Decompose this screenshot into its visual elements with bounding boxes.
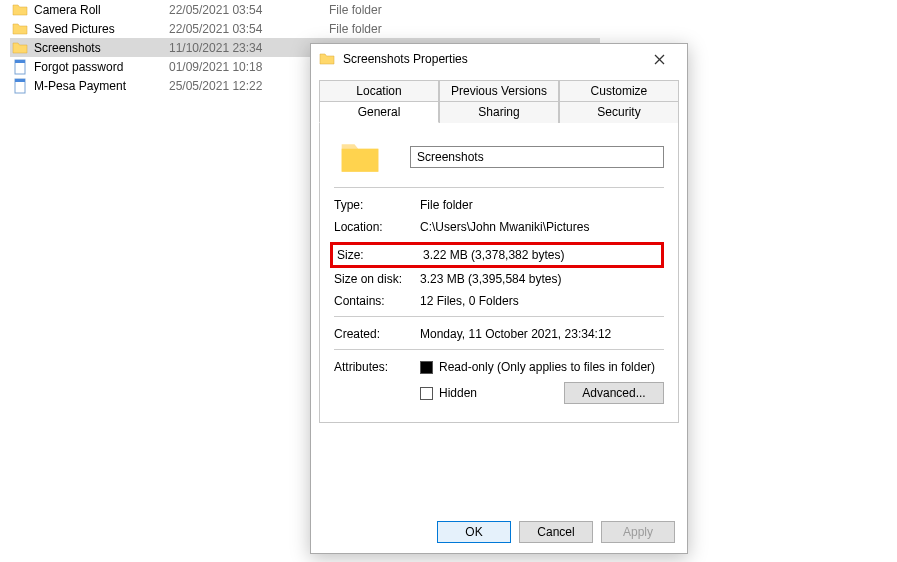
tabs-row-1: Location Previous Versions Customize xyxy=(319,80,679,101)
file-name: M-Pesa Payment xyxy=(34,79,169,93)
file-row[interactable]: Saved Pictures22/05/2021 03:54File folde… xyxy=(10,19,600,38)
folder-name-input[interactable] xyxy=(410,146,664,168)
contains-value: 12 Files, 0 Folders xyxy=(420,294,664,308)
separator xyxy=(334,349,664,350)
dialog-titlebar: Screenshots Properties xyxy=(311,44,687,74)
dialog-button-bar: OK Cancel Apply xyxy=(311,511,687,553)
separator xyxy=(334,316,664,317)
document-icon xyxy=(12,59,28,75)
prop-size: Size: 3.22 MB (3,378,382 bytes) xyxy=(333,248,659,262)
document-icon xyxy=(12,78,28,94)
size-highlight: Size: 3.22 MB (3,378,382 bytes) xyxy=(330,242,664,268)
file-date: 25/05/2021 12:22 xyxy=(169,79,329,93)
file-name: Screenshots xyxy=(34,41,169,55)
file-name: Camera Roll xyxy=(34,3,169,17)
hidden-label: Hidden xyxy=(439,386,477,400)
close-icon xyxy=(654,54,665,65)
svg-rect-3 xyxy=(15,79,25,82)
tab-customize[interactable]: Customize xyxy=(559,80,679,101)
sod-label: Size on disk: xyxy=(334,272,420,286)
folder-icon xyxy=(319,51,335,67)
tab-general-panel: Type: File folder Location: C:\Users\Joh… xyxy=(319,122,679,423)
prop-created: Created: Monday, 11 October 2021, 23:34:… xyxy=(334,327,664,341)
size-value: 3.22 MB (3,378,382 bytes) xyxy=(423,248,659,262)
advanced-button[interactable]: Advanced... xyxy=(564,382,664,404)
contains-label: Contains: xyxy=(334,294,420,308)
created-value: Monday, 11 October 2021, 23:34:12 xyxy=(420,327,664,341)
attributes-label: Attributes: xyxy=(334,360,420,374)
location-value: C:\Users\John Mwaniki\Pictures xyxy=(420,220,664,234)
prop-location: Location: C:\Users\John Mwaniki\Pictures xyxy=(334,220,664,234)
tab-sharing[interactable]: Sharing xyxy=(439,101,559,123)
tab-previous-versions[interactable]: Previous Versions xyxy=(439,80,559,101)
created-label: Created: xyxy=(334,327,420,341)
dialog-title: Screenshots Properties xyxy=(343,52,639,66)
size-label: Size: xyxy=(337,248,423,262)
folder-icon xyxy=(12,21,28,37)
prop-type: Type: File folder xyxy=(334,198,664,212)
svg-rect-1 xyxy=(15,60,25,63)
file-date: 01/09/2021 10:18 xyxy=(169,60,329,74)
folder-icon xyxy=(12,40,28,56)
tab-location[interactable]: Location xyxy=(319,80,439,101)
type-value: File folder xyxy=(420,198,664,212)
cancel-button[interactable]: Cancel xyxy=(519,521,593,543)
file-date: 22/05/2021 03:54 xyxy=(169,22,329,36)
location-label: Location: xyxy=(334,220,420,234)
folder-icon xyxy=(12,2,28,18)
readonly-label: Read-only (Only applies to files in fold… xyxy=(439,360,655,374)
hidden-checkbox[interactable] xyxy=(420,387,433,400)
prop-contains: Contains: 12 Files, 0 Folders xyxy=(334,294,664,308)
ok-button[interactable]: OK xyxy=(437,521,511,543)
file-date: 22/05/2021 03:54 xyxy=(169,3,329,17)
close-button[interactable] xyxy=(639,45,679,73)
file-name: Saved Pictures xyxy=(34,22,169,36)
apply-button[interactable]: Apply xyxy=(601,521,675,543)
properties-dialog: Screenshots Properties Location Previous… xyxy=(310,43,688,554)
prop-size-on-disk: Size on disk: 3.23 MB (3,395,584 bytes) xyxy=(334,272,664,286)
file-type: File folder xyxy=(329,22,449,36)
tab-general[interactable]: General xyxy=(319,101,439,123)
type-label: Type: xyxy=(334,198,420,212)
separator xyxy=(334,187,664,188)
tab-security[interactable]: Security xyxy=(559,101,679,123)
tabs-row-2: General Sharing Security xyxy=(319,101,679,123)
folder-large-icon xyxy=(338,135,382,179)
file-date: 11/10/2021 23:34 xyxy=(169,41,329,55)
file-name: Forgot password xyxy=(34,60,169,74)
file-type: File folder xyxy=(329,3,449,17)
sod-value: 3.23 MB (3,395,584 bytes) xyxy=(420,272,664,286)
readonly-checkbox[interactable] xyxy=(420,361,433,374)
file-row[interactable]: Camera Roll22/05/2021 03:54File folder xyxy=(10,0,600,19)
